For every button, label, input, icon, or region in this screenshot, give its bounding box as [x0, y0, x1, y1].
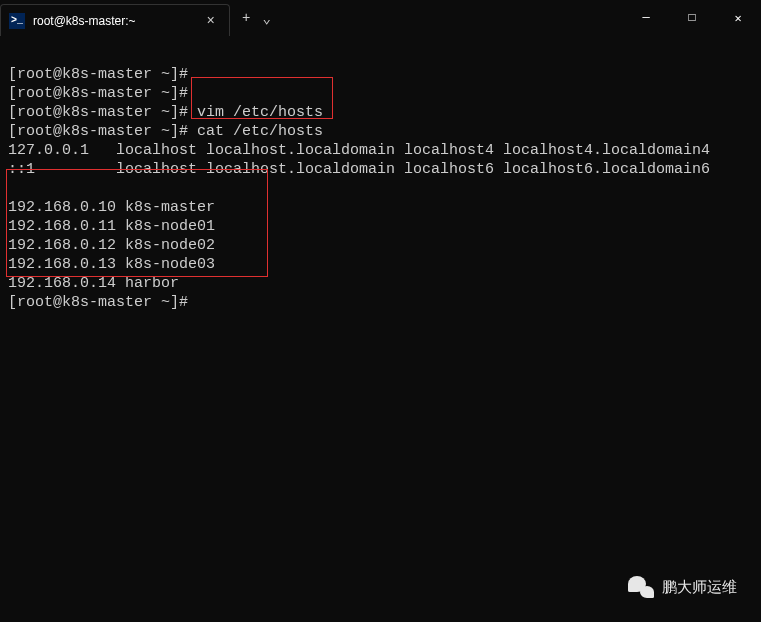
minimize-button[interactable]: —	[623, 2, 669, 34]
prompt-line: [root@k8s-master ~]#	[8, 85, 188, 102]
output-line: 127.0.0.1 localhost localhost.localdomai…	[8, 142, 710, 159]
close-window-button[interactable]: ✕	[715, 2, 761, 34]
output-line: 192.168.0.14 harbor	[8, 275, 179, 292]
output-line: 192.168.0.12 k8s-node02	[8, 237, 215, 254]
output-line: 192.168.0.10 k8s-master	[8, 199, 215, 216]
titlebar: >_ root@k8s-master:~ × + ⌄ — □ ✕	[0, 0, 761, 36]
maximize-button[interactable]: □	[669, 2, 715, 34]
prompt-line: [root@k8s-master ~]# cat /etc/hosts	[8, 123, 323, 140]
terminal-output[interactable]: [root@k8s-master ~]# [root@k8s-master ~]…	[0, 36, 761, 322]
watermark: 鹏大师运维	[628, 576, 737, 598]
new-tab-button[interactable]: +	[242, 10, 250, 26]
prompt-line: [root@k8s-master ~]#	[8, 66, 188, 83]
prompt-line: [root@k8s-master ~]# vim /etc/hosts	[8, 104, 323, 121]
tab-close-button[interactable]: ×	[201, 11, 221, 31]
watermark-text: 鹏大师运维	[662, 578, 737, 597]
output-line: 192.168.0.11 k8s-node01	[8, 218, 215, 235]
active-tab[interactable]: >_ root@k8s-master:~ ×	[0, 4, 230, 36]
output-line: ::1 localhost localhost.localdomain loca…	[8, 161, 710, 178]
tab-title: root@k8s-master:~	[33, 14, 193, 28]
window-controls: — □ ✕	[623, 0, 761, 36]
tab-dropdown-button[interactable]: ⌄	[262, 10, 270, 27]
tab-actions: + ⌄	[230, 0, 283, 36]
wechat-icon	[628, 576, 654, 598]
powershell-icon: >_	[9, 13, 25, 29]
output-line: 192.168.0.13 k8s-node03	[8, 256, 215, 273]
prompt-line: [root@k8s-master ~]#	[8, 294, 188, 311]
